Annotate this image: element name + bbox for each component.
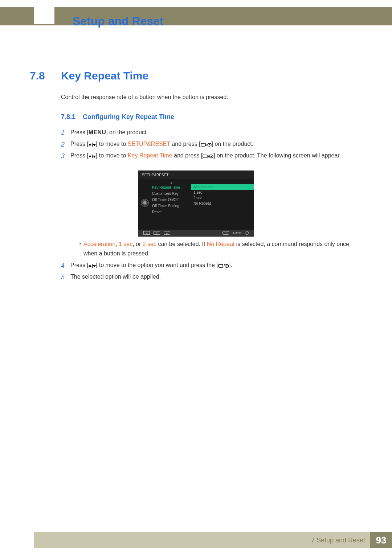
header-bar	[0, 7, 392, 25]
chapter-title: Setup and Reset	[73, 15, 164, 28]
enter-icon: /	[218, 262, 229, 268]
osd-item-off-timer-setting: Off Timer Setting	[151, 203, 191, 209]
osd-item-off-timer-onoff: Off Timer On/Off	[151, 197, 191, 203]
nav-left-icon: ◄	[143, 231, 150, 235]
bullet-dot-icon: •	[77, 239, 83, 249]
text: ] to move to	[96, 152, 128, 159]
step-body: Press [] to move to Key Repeat Time and …	[70, 151, 356, 161]
section-number: 7.8	[30, 70, 45, 82]
header-tab-notch	[34, 7, 54, 24]
enter-icon: /	[203, 153, 213, 159]
highlight: Key Repeat Time	[128, 152, 172, 159]
text: ] to move to	[96, 141, 128, 147]
svg-marker-7	[89, 155, 91, 157]
nav-enter-icon: ⏎	[222, 231, 229, 235]
option-1sec: 1 sec	[119, 241, 132, 247]
footer-bar: 7 Setup and Reset 93	[34, 532, 392, 548]
osd-value-1sec: 1 sec	[191, 190, 254, 195]
subsection-number: 7.8.1	[61, 113, 75, 121]
menu-label: MENU	[89, 129, 106, 135]
osd-value-norepeat: No Repeat	[191, 201, 254, 206]
svg-rect-1	[92, 143, 93, 147]
nav-auto-label: AUTO	[233, 231, 241, 235]
step-number: 3	[61, 151, 70, 161]
osd-item-key-repeat: Key Repeat Time:	[151, 184, 191, 190]
osd-item-customized-key: Customized Key	[151, 190, 191, 197]
power-icon	[245, 231, 249, 235]
step-2: 2 Press [] to move to SETUP&RESET and pr…	[61, 139, 356, 150]
step-5: 5 The selected option will be applied.	[61, 272, 356, 283]
highlight: SETUP&RESET	[128, 141, 170, 147]
osd-icon-col	[138, 179, 151, 226]
step-body: The selected option will be applied.	[70, 272, 356, 282]
svg-point-20	[226, 265, 227, 266]
svg-marker-16	[93, 265, 96, 267]
gear-icon	[142, 200, 148, 206]
option-norepeat: No Repeat	[207, 241, 235, 247]
page-number: 93	[370, 532, 392, 548]
osd-menu: ▲ Key Repeat Time: Customized Key Off Ti…	[151, 179, 191, 226]
svg-marker-9	[93, 156, 96, 158]
triangle-up-icon: ▲	[151, 181, 191, 184]
step-number: 4	[61, 260, 70, 271]
svg-marker-2	[93, 144, 96, 146]
osd-item-reset: Reset	[151, 209, 191, 215]
step-body: Press [] to move to the option you want …	[70, 260, 356, 270]
text: can be selected. If	[156, 241, 207, 247]
section-intro: Control the response rate of a button wh…	[61, 93, 356, 102]
text: ].	[229, 262, 232, 268]
text: ] to move to the option you want and pre…	[96, 262, 218, 268]
nav-down-icon: ▼	[154, 231, 160, 235]
bullet-body: Acceleration, 1 sec, or 2 sec can be sel…	[83, 239, 356, 258]
text: Press [	[70, 129, 89, 135]
osd-value-2sec: 2 sec	[191, 195, 254, 201]
svg-rect-10	[203, 155, 207, 158]
text: , or	[132, 241, 143, 247]
svg-marker-0	[89, 143, 91, 145]
footer-chapter-label: 7 Setup and Reset	[311, 537, 365, 544]
text: ] on the product.	[212, 141, 254, 147]
section-title: Key Repeat Time	[61, 70, 148, 82]
osd-nav-bar: ◄ ▼ ▲ ⏎ AUTO	[138, 230, 254, 236]
osd-value-acceleration: Acceleration	[191, 184, 254, 190]
text: Press [	[70, 141, 89, 147]
up-down-icon	[89, 262, 96, 268]
osd-values: Acceleration 1 sec 2 sec No Repeat	[191, 179, 254, 226]
osd-screenshot: SETUP&RESET ▲ Key Repeat Time: Customize…	[138, 171, 254, 237]
text: Press [	[70, 152, 89, 159]
text: ] on the product. The following screen w…	[213, 152, 341, 159]
step-4: 4 Press [] to move to the option you wan…	[61, 260, 356, 271]
bullet-options: • Acceleration, 1 sec, or 2 sec can be s…	[77, 239, 356, 258]
text: and press [	[172, 152, 203, 159]
osd-body: ▲ Key Repeat Time: Customized Key Off Ti…	[138, 179, 254, 226]
step-3: 3 Press [] to move to Key Repeat Time an…	[61, 151, 356, 161]
option-2sec: 2 sec	[143, 241, 156, 247]
svg-point-6	[209, 144, 210, 145]
step-body: Press [] to move to SETUP&RESET and pres…	[70, 139, 356, 149]
option-acceleration: Acceleration	[83, 241, 115, 247]
enter-icon: /	[201, 141, 212, 147]
text: ,	[115, 241, 119, 247]
svg-point-13	[211, 156, 212, 157]
text: ] on the product.	[106, 129, 148, 135]
up-down-icon	[89, 141, 96, 147]
svg-rect-17	[219, 264, 223, 267]
text: Press [	[70, 262, 89, 268]
svg-rect-8	[92, 155, 93, 158]
step-number: 5	[61, 272, 70, 283]
step-number: 1	[61, 128, 70, 138]
step-1: 1 Press [MENU] on the product.	[61, 128, 356, 138]
nav-up-icon: ▲	[164, 231, 170, 235]
up-down-icon	[89, 153, 96, 159]
step-number: 2	[61, 139, 70, 150]
osd-header: SETUP&RESET	[138, 171, 254, 179]
svg-rect-3	[201, 143, 205, 146]
svg-rect-15	[92, 264, 93, 268]
svg-marker-14	[89, 264, 91, 267]
text: and press [	[170, 141, 201, 147]
step-body: Press [MENU] on the product.	[70, 128, 356, 137]
subsection-title: Configuring Key Repeat Time	[83, 113, 174, 121]
